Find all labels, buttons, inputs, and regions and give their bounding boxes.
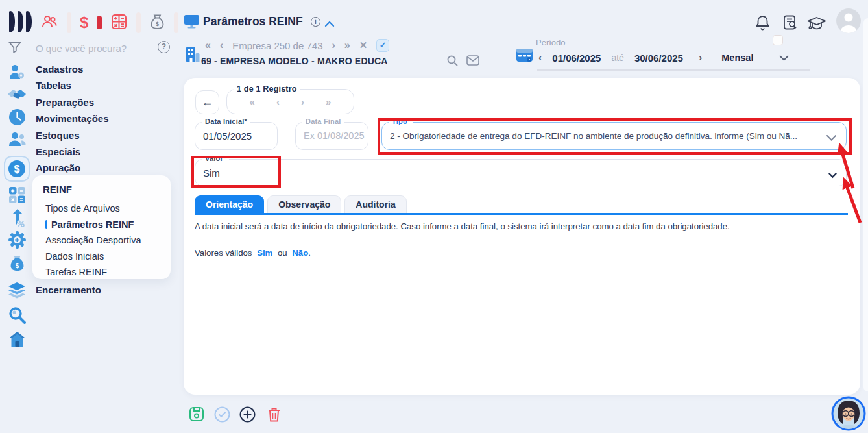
monitor-icon: [184, 14, 200, 31]
prev-company-button[interactable]: ‹: [220, 40, 223, 51]
money-bag-blue-icon[interactable]: $: [9, 254, 25, 276]
period-divider: [537, 69, 810, 71]
layers-icon[interactable]: [7, 282, 27, 302]
app-logo[interactable]: [9, 11, 32, 32]
home-icon[interactable]: [8, 331, 26, 351]
period-start-date[interactable]: 01/06/2025: [552, 53, 601, 64]
bell-icon[interactable]: [755, 14, 770, 33]
check-circle-icon[interactable]: [214, 406, 230, 425]
period-checkbox[interactable]: [773, 35, 783, 45]
search-company-icon[interactable]: [446, 55, 459, 69]
close-icon[interactable]: ✕: [359, 40, 368, 51]
sidebar-item-movimentacoes[interactable]: Movimentações: [36, 110, 109, 127]
next-record-button[interactable]: ›: [301, 96, 304, 107]
valor-value[interactable]: Sim: [203, 167, 220, 179]
company-counter: Empresa 250 de 743: [232, 40, 322, 51]
tab-auditoria[interactable]: Auditoria: [344, 195, 406, 214]
company-filter-checkbox[interactable]: ✓: [376, 39, 389, 52]
submenu-title-reinf[interactable]: REINF: [43, 182, 171, 197]
submenu-item-parametros-reinf[interactable]: Parâmetros REINF: [45, 217, 171, 233]
svg-text:$: $: [16, 262, 19, 269]
valid-value-sim[interactable]: Sim: [257, 248, 272, 258]
logo-bar: [26, 11, 32, 32]
sidebar-item-apuracao[interactable]: Apuração: [36, 160, 109, 176]
arrow-percent-icon[interactable]: [10, 208, 25, 229]
people-icon[interactable]: [40, 12, 58, 33]
data-final-input[interactable]: Ex 01/08/2025: [304, 130, 365, 141]
save-icon[interactable]: [189, 406, 204, 425]
chevron-down-icon[interactable]: [779, 52, 789, 64]
back-button[interactable]: ←: [195, 90, 219, 114]
valid-values-line: Valores válidos Sim ou Não.: [195, 248, 311, 258]
last-company-button[interactable]: »: [344, 40, 350, 51]
prev-record-button[interactable]: ‹: [276, 96, 280, 107]
period-until-label: até: [611, 53, 623, 63]
first-record-button[interactable]: «: [250, 96, 255, 107]
period-mode-select[interactable]: Mensal: [721, 53, 753, 63]
next-period-button[interactable]: ›: [699, 52, 702, 64]
divider-pill: [67, 12, 71, 33]
sidebar-item-preparacoes[interactable]: Preparações: [36, 94, 109, 110]
tipo-select[interactable]: Tipo* 2 - Obrigatoriedade de entrega do …: [381, 122, 847, 150]
filter-icon[interactable]: [8, 41, 21, 56]
valid-value-nao[interactable]: Não: [292, 248, 308, 258]
calculator-icon[interactable]: [110, 13, 128, 33]
data-inicial-field[interactable]: Data Inicial* 01/05/2025: [195, 122, 278, 150]
submenu-item-tarefas-reinf[interactable]: Tarefas REINF: [45, 264, 171, 280]
sidebar-item-tabelas[interactable]: Tabelas: [36, 77, 109, 93]
assistant-avatar[interactable]: [831, 396, 866, 433]
graduation-cap-icon[interactable]: [807, 16, 826, 34]
submenu-item-tipos-de-arquivos[interactable]: Tipos de Arquivos: [45, 201, 171, 217]
chevron-up-icon[interactable]: [324, 18, 335, 30]
period-label: Período: [536, 38, 566, 47]
search-icon[interactable]: [8, 306, 26, 327]
dollar-icon[interactable]: $: [80, 14, 88, 32]
valid-values-label: Valores válidos: [195, 248, 252, 258]
next-company-button[interactable]: ›: [332, 40, 335, 51]
submenu-item-associacao-desportiva[interactable]: Associação Desportiva: [45, 232, 171, 249]
gear-icon[interactable]: [8, 230, 27, 252]
tipo-value[interactable]: 2 - Obrigatoriedade de entrega do EFD-RE…: [390, 131, 825, 141]
clock-icon[interactable]: [8, 108, 26, 129]
logo-bar: [18, 11, 23, 32]
right-edge-panel: [863, 18, 868, 391]
data-inicial-input[interactable]: 01/05/2025: [203, 130, 252, 142]
tab-orientacao[interactable]: Orientação: [195, 195, 264, 214]
sidebar-item-encerramento[interactable]: Encerramento: [36, 282, 101, 298]
red-indicator-pill: [97, 16, 102, 29]
orientation-paragraph: A data inicial será a data de início da …: [195, 221, 853, 231]
info-icon[interactable]: i: [311, 17, 320, 27]
svg-text:$: $: [14, 164, 20, 175]
trash-icon[interactable]: [267, 407, 281, 425]
first-company-button[interactable]: «: [205, 40, 211, 51]
avatar[interactable]: [836, 8, 861, 33]
valor-chevron-down-icon[interactable]: [828, 169, 837, 181]
submenu-item-dados-iniciais[interactable]: Dados Iniciais: [45, 249, 171, 265]
money-bag-icon[interactable]: $: [149, 13, 165, 33]
last-record-button[interactable]: »: [326, 96, 331, 107]
record-nav: 1 de 1 Registro « ‹ › »: [226, 89, 354, 114]
handshake-icon[interactable]: [6, 86, 27, 106]
user-gear-icon[interactable]: [8, 63, 26, 84]
sidebar-item-especiais[interactable]: Especiais: [36, 143, 109, 160]
tipo-chevron-down-icon[interactable]: [826, 132, 837, 144]
divider-pill: [174, 12, 178, 33]
company-name: 69 - EMPRESA MODELO - MAKRO EDUCA: [201, 56, 388, 66]
period-end-date[interactable]: 30/06/2025: [634, 53, 683, 64]
add-icon[interactable]: [239, 406, 256, 425]
calculator-blue-icon[interactable]: [8, 186, 26, 206]
search-input[interactable]: O que você procura?: [36, 43, 152, 54]
data-inicial-label: Data Inicial*: [202, 118, 250, 125]
document-search-icon[interactable]: [782, 14, 798, 33]
data-final-label: Data Final: [302, 118, 344, 125]
dollar-circle-icon[interactable]: $: [4, 156, 30, 182]
sidebar-item-cadastros[interactable]: Cadastros: [36, 61, 109, 77]
valor-select[interactable]: Valor* Sim: [195, 159, 847, 186]
data-final-field[interactable]: Data Final Ex 01/08/2025: [295, 122, 368, 150]
help-icon[interactable]: ?: [158, 41, 170, 53]
prev-period-button[interactable]: ‹: [538, 52, 542, 64]
tab-observacao[interactable]: Observação: [267, 195, 341, 214]
sidebar-item-estoques[interactable]: Estoques: [36, 127, 109, 143]
mail-icon[interactable]: [466, 55, 479, 68]
users-icon[interactable]: [8, 131, 27, 151]
